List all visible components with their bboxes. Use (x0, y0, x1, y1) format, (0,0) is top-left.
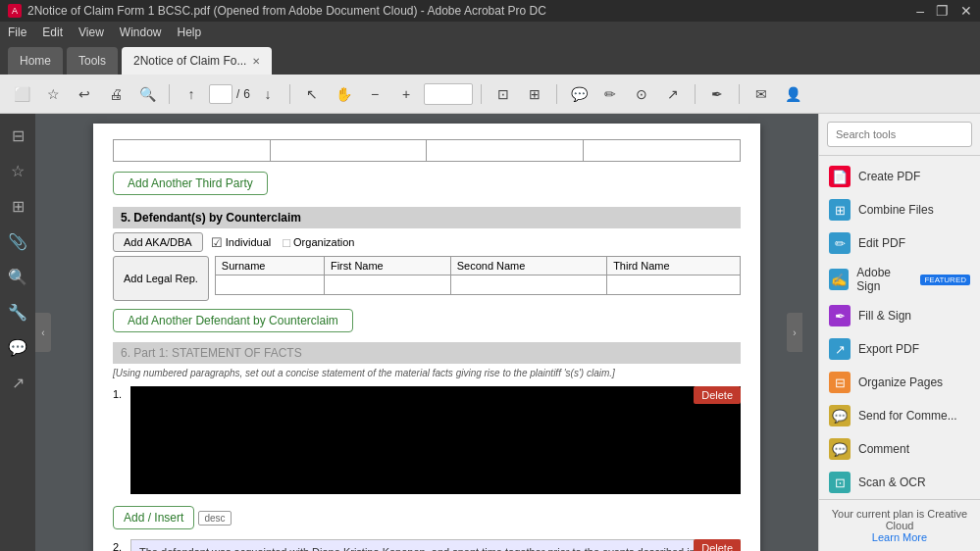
add-aka-dba-button[interactable]: Add AKA/DBA (113, 232, 203, 252)
delete-button-1[interactable]: Delete (694, 386, 741, 404)
toolbar-zoom-out-small-button[interactable]: 🔍 (133, 80, 161, 108)
col-surname: Surname (215, 257, 324, 276)
tool-export-pdf-label: Export PDF (858, 342, 919, 356)
cell-3 (427, 140, 584, 162)
sidebar-collapse-right[interactable]: › (787, 313, 802, 352)
sidebar-collapse-left[interactable]: ‹ (35, 313, 51, 352)
tool-scan-ocr[interactable]: ⊡ Scan & OCR (819, 466, 980, 499)
title-bar: A 2Notice of Claim Form 1 BCSC.pdf (Open… (0, 0, 980, 22)
menu-edit[interactable]: Edit (42, 25, 63, 39)
add-another-third-party-button[interactable]: Add Another Third Party (113, 172, 268, 195)
cell-thirdname[interactable] (607, 276, 741, 295)
tool-comment[interactable]: 💬 Comment (819, 432, 980, 466)
tool-edit-pdf[interactable]: ✏ Edit PDF (819, 226, 980, 260)
document-page: Add Another Third Party 5. Defendant(s) … (93, 124, 760, 551)
cell-surname[interactable] (215, 276, 324, 295)
toolbar-hand-button[interactable]: ✋ (330, 80, 357, 108)
tool-fill-sign[interactable]: ✒ Fill & Sign (819, 299, 980, 332)
sidebar-icon-comments[interactable]: 💬 (4, 333, 31, 361)
tool-send-for-comments[interactable]: 💬 Send for Comme... (819, 399, 980, 432)
toolbar-fit-button[interactable]: ⊡ (490, 80, 517, 108)
tool-organize-pages[interactable]: ⊟ Organize Pages (819, 366, 980, 399)
cell-secondname[interactable] (450, 276, 606, 295)
delete-button-2[interactable]: Delete (694, 539, 741, 551)
tool-create-pdf[interactable]: 📄 Create PDF (819, 160, 980, 193)
toolbar-envelope-button[interactable]: ✉ (748, 80, 775, 108)
cell-firstname[interactable] (324, 276, 450, 295)
toolbar-back-button[interactable]: ↩ (71, 80, 98, 108)
toolbar-annotate-button[interactable]: 💬 (565, 80, 593, 108)
toolbar-prev-page-button[interactable]: ↑ (178, 80, 205, 108)
minimize-button[interactable]: – (916, 3, 924, 19)
toolbar-rotate-button[interactable]: ⊞ (521, 80, 548, 108)
app-icon: A (8, 4, 22, 18)
organize-pages-icon: ⊟ (829, 372, 851, 393)
tab-home[interactable]: Home (8, 47, 63, 75)
text-item-2[interactable]: The defendant was acquainted with Diane … (130, 539, 741, 551)
sidebar-icon-bookmarks[interactable]: ☆ (4, 157, 31, 184)
individual-label: Individual (226, 236, 271, 248)
name-table: Surname First Name Second Name Third Nam… (215, 256, 741, 295)
radio-individual[interactable]: ☑ Individual (211, 235, 271, 250)
toolbar-next-page-button[interactable]: ↓ (254, 80, 282, 108)
maximize-button[interactable]: ❐ (936, 3, 949, 19)
tab-document[interactable]: 2Notice of Claim Fo... ✕ (122, 47, 272, 75)
page-number-input[interactable]: 2 (209, 84, 232, 104)
item-num-2: 2. (113, 539, 125, 551)
main-area: ⊟ ☆ ⊞ 📎 🔍 🔧 💬 ↗ ‹ › Add Another Third (0, 114, 980, 551)
menu-help[interactable]: Help (178, 25, 202, 39)
learn-more-link[interactable]: Learn More (872, 531, 927, 543)
section5-header: 5. Defendant(s) by Counterclaim (113, 207, 741, 228)
toolbar-bookmark-button[interactable]: ☆ (39, 80, 67, 108)
toolbar-cursor-button[interactable]: ↖ (298, 80, 326, 108)
radio-group: ☑ Individual □ Organization (211, 235, 355, 250)
col-firstname: First Name (324, 257, 450, 276)
combine-files-icon: ⊞ (829, 199, 851, 221)
menu-bar: File Edit View Window Help (0, 22, 980, 43)
statement-item-2: 2. The defendant was acquainted with Dia… (113, 539, 741, 551)
radio-organization[interactable]: □ Organization (283, 235, 354, 250)
sidebar-icon-search[interactable]: 🔍 (4, 263, 31, 290)
toolbar-zoom-in-button[interactable]: + (392, 80, 420, 108)
sidebar-icon-attachments[interactable]: 📎 (4, 227, 31, 255)
tool-export-pdf[interactable]: ↗ Export PDF (819, 332, 980, 366)
search-tools-input[interactable] (827, 122, 972, 147)
tool-adobe-sign-label: Adobe Sign (856, 266, 912, 293)
menu-view[interactable]: View (78, 25, 104, 39)
zoom-input[interactable]: 100% (424, 83, 473, 105)
comment-icon: 💬 (829, 438, 851, 460)
sidebar-icon-share[interactable]: ↗ (4, 369, 31, 396)
toolbar-pen-button[interactable]: ✒ (703, 80, 731, 108)
toolbar-separator-3 (481, 84, 482, 104)
close-button[interactable]: ✕ (960, 3, 972, 19)
create-pdf-icon: 📄 (829, 166, 851, 187)
toolbar-zoom-out-button[interactable]: − (361, 80, 388, 108)
toolbar-stamp-button[interactable]: ⊙ (628, 80, 655, 108)
document-area[interactable]: ‹ › Add Another Third Party 5. Defendant… (35, 114, 818, 551)
menu-file[interactable]: File (8, 25, 26, 39)
toolbar-sign-button[interactable]: ↗ (659, 80, 687, 108)
menu-window[interactable]: Window (120, 25, 162, 39)
toolbar-print-button[interactable]: 🖨 (102, 80, 129, 108)
sidebar-icon-pages[interactable]: ⊟ (4, 122, 31, 149)
add-another-defendant-button[interactable]: Add Another Defendant by Counterclaim (113, 309, 353, 332)
cell-1 (114, 140, 271, 162)
sidebar-icon-tools[interactable]: 🔧 (4, 298, 31, 326)
tool-combine-files[interactable]: ⊞ Combine Files (819, 193, 980, 226)
toolbar-user-button[interactable]: 👤 (779, 80, 806, 108)
tool-adobe-sign[interactable]: ✍ Adobe Sign FEATURED (819, 260, 980, 299)
toolbar-highlight-button[interactable]: ✏ (596, 80, 624, 108)
toolbar-separator-6 (739, 84, 740, 104)
col-thirdname: Third Name (607, 257, 741, 276)
tool-comment-label: Comment (858, 442, 909, 456)
toolbar-new-button[interactable]: ⬜ (8, 80, 35, 108)
tab-close-icon[interactable]: ✕ (252, 56, 260, 67)
tab-tools[interactable]: Tools (67, 47, 118, 75)
tool-fill-sign-label: Fill & Sign (858, 309, 911, 323)
add-insert-button[interactable]: Add / Insert (113, 506, 194, 529)
page-total: 6 (243, 87, 250, 101)
adobe-sign-icon: ✍ (829, 269, 849, 290)
sidebar-icon-layers[interactable]: ⊞ (4, 192, 31, 220)
add-legal-rep-button[interactable]: Add Legal Rep. (113, 256, 209, 301)
tab-home-label: Home (20, 54, 51, 68)
